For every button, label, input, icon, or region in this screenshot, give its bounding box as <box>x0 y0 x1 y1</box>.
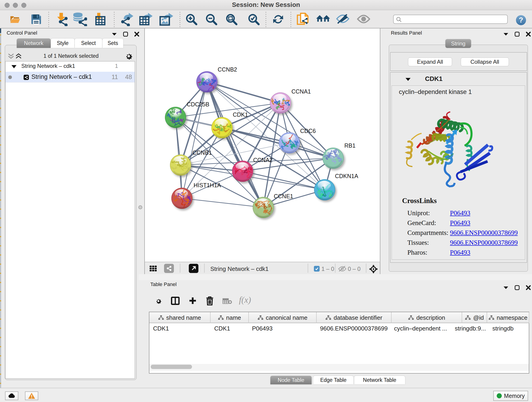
svg-text:CCNB1: CCNB1 <box>192 149 212 156</box>
svg-text:CCNE1: CCNE1 <box>274 193 293 199</box>
svg-text:CCNA2: CCNA2 <box>253 157 273 163</box>
svg-text:CCNB2: CCNB2 <box>218 66 237 73</box>
svg-text:CCNA1: CCNA1 <box>291 88 311 95</box>
svg-text:CDC25B: CDC25B <box>187 101 209 108</box>
svg-text:CDC6: CDC6 <box>300 128 316 134</box>
svg-text:HIST1H1A: HIST1H1A <box>194 182 221 188</box>
svg-text:CDK1: CDK1 <box>233 111 248 118</box>
svg-text:RB1: RB1 <box>344 142 355 149</box>
svg-text:CDKN1A: CDKN1A <box>335 173 358 179</box>
